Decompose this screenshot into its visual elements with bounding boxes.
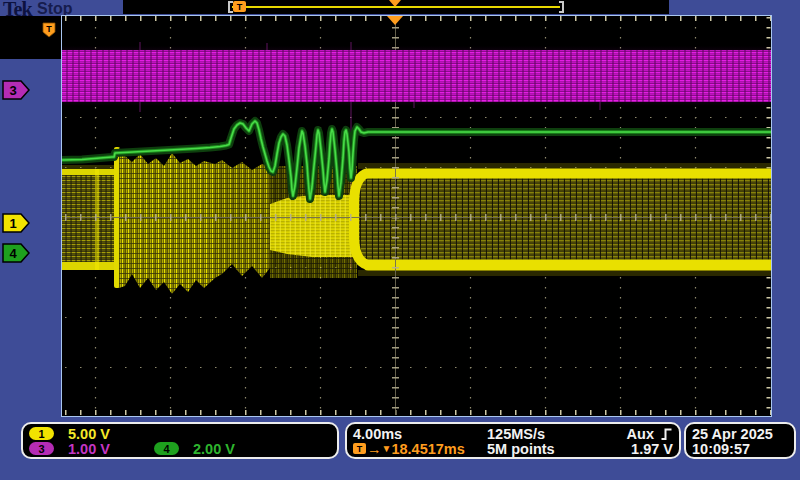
- ch3-trace: [62, 46, 771, 106]
- waveform-svg: [62, 16, 771, 416]
- channel-1-badge[interactable]: 1: [29, 427, 54, 440]
- channel-3-label: 3: [9, 83, 16, 98]
- channel-1-level-marker[interactable]: 1: [2, 213, 30, 233]
- trigger-level: 1.97 V: [609, 441, 673, 457]
- channel-1-scale: 5.00 V: [68, 426, 154, 442]
- record-length: 5M points: [487, 441, 609, 457]
- acquisition-preview-bar: T: [123, 0, 669, 14]
- ch1-trace: [62, 147, 771, 294]
- trigger-delay-value: 18.4517ms: [391, 441, 464, 457]
- horizontal-trigger-readout: 4.00ms 125MS/s Aux T → ▼ 18.4517ms 5M po…: [345, 422, 681, 459]
- trigger-arrow-icon: →: [367, 441, 382, 457]
- datetime-readout: 25 Apr 2025 10:09:57: [684, 422, 796, 459]
- trigger-flag-label: T: [46, 24, 52, 34]
- channel-4-label: 4: [9, 246, 17, 261]
- trigger-marker-icon: ▼: [382, 443, 392, 454]
- sample-rate: 125MS/s: [487, 426, 609, 442]
- channel-3-badge[interactable]: 3: [29, 442, 54, 455]
- waveform-display: [61, 15, 772, 417]
- channel-4-badge[interactable]: 4: [154, 442, 179, 455]
- trigger-t-icon: T: [353, 443, 366, 454]
- channel-3-level-marker[interactable]: 3: [2, 80, 30, 100]
- trigger-source: Aux: [627, 426, 654, 442]
- horizontal-scale: 4.00ms: [353, 426, 487, 442]
- channel-3-scale: 1.00 V: [68, 441, 154, 457]
- channel-1-label: 1: [9, 216, 16, 231]
- trigger-position-flag-icon[interactable]: T: [42, 22, 57, 39]
- date-text: 25 Apr 2025: [692, 426, 788, 441]
- rising-edge-slope-icon: [660, 427, 673, 441]
- channel-4-scale: 2.00 V: [193, 441, 279, 457]
- expansion-point-triangle-icon[interactable]: [387, 16, 403, 25]
- time-text: 10:09:57: [692, 441, 788, 456]
- window-bracket-right-icon[interactable]: [559, 1, 564, 13]
- trigger-t-icon[interactable]: T: [233, 1, 246, 12]
- expansion-point-icon[interactable]: [389, 0, 401, 7]
- vertical-scale-readout: 1 5.00 V 3 1.00 V 4 2.00 V: [21, 422, 339, 459]
- channel-4-level-marker[interactable]: 4: [2, 243, 30, 263]
